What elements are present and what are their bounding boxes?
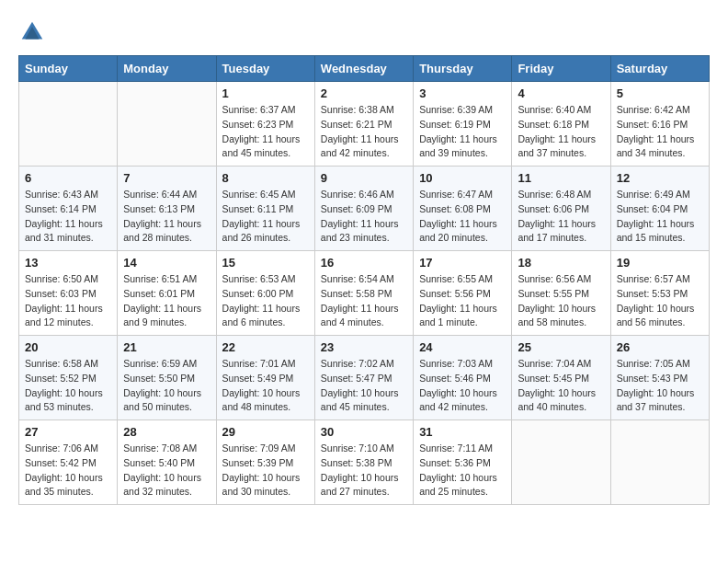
logo-icon <box>18 18 46 46</box>
day-info: Sunrise: 6:39 AM Sunset: 6:19 PM Dayligh… <box>419 103 506 161</box>
calendar-cell <box>19 82 118 167</box>
calendar-cell: 22Sunrise: 7:01 AM Sunset: 5:49 PM Dayli… <box>216 336 314 420</box>
day-info: Sunrise: 7:06 AM Sunset: 5:42 PM Dayligh… <box>25 442 111 500</box>
weekday-header-wednesday: Wednesday <box>314 56 413 82</box>
weekday-header-row: SundayMondayTuesdayWednesdayThursdayFrid… <box>19 56 710 82</box>
calendar-cell: 29Sunrise: 7:09 AM Sunset: 5:39 PM Dayli… <box>216 420 314 505</box>
day-info: Sunrise: 6:57 AM Sunset: 5:53 PM Dayligh… <box>617 272 703 330</box>
day-info: Sunrise: 6:44 AM Sunset: 6:13 PM Dayligh… <box>123 188 210 246</box>
day-info: Sunrise: 7:09 AM Sunset: 5:39 PM Dayligh… <box>222 442 309 500</box>
day-number: 24 <box>419 340 506 354</box>
calendar-body: 1Sunrise: 6:37 AM Sunset: 6:23 PM Daylig… <box>19 82 710 505</box>
calendar-cell: 23Sunrise: 7:02 AM Sunset: 5:47 PM Dayli… <box>314 336 413 420</box>
logo <box>18 18 50 46</box>
calendar-cell: 21Sunrise: 6:59 AM Sunset: 5:50 PM Dayli… <box>118 336 216 420</box>
calendar-cell: 1Sunrise: 6:37 AM Sunset: 6:23 PM Daylig… <box>216 82 314 167</box>
calendar-cell <box>610 420 709 505</box>
day-number: 23 <box>321 340 407 354</box>
weekday-header-friday: Friday <box>512 56 610 82</box>
day-info: Sunrise: 6:56 AM Sunset: 5:55 PM Dayligh… <box>518 272 604 330</box>
calendar-cell: 10Sunrise: 6:47 AM Sunset: 6:08 PM Dayli… <box>414 167 512 251</box>
weekday-header-saturday: Saturday <box>610 56 709 82</box>
day-number: 31 <box>419 425 506 439</box>
day-info: Sunrise: 6:50 AM Sunset: 6:03 PM Dayligh… <box>25 272 111 330</box>
calendar-table: SundayMondayTuesdayWednesdayThursdayFrid… <box>18 55 710 505</box>
day-number: 21 <box>123 340 210 354</box>
calendar-cell: 25Sunrise: 7:04 AM Sunset: 5:45 PM Dayli… <box>512 336 610 420</box>
calendar-week-3: 13Sunrise: 6:50 AM Sunset: 6:03 PM Dayli… <box>19 251 710 336</box>
calendar-cell: 27Sunrise: 7:06 AM Sunset: 5:42 PM Dayli… <box>19 420 118 505</box>
day-number: 13 <box>25 256 111 270</box>
day-number: 2 <box>321 86 407 100</box>
day-info: Sunrise: 6:38 AM Sunset: 6:21 PM Dayligh… <box>321 103 407 161</box>
day-info: Sunrise: 6:58 AM Sunset: 5:52 PM Dayligh… <box>25 357 111 415</box>
calendar-cell: 16Sunrise: 6:54 AM Sunset: 5:58 PM Dayli… <box>314 251 413 336</box>
day-number: 27 <box>25 425 111 439</box>
calendar-cell: 6Sunrise: 6:43 AM Sunset: 6:14 PM Daylig… <box>19 167 118 251</box>
day-info: Sunrise: 7:02 AM Sunset: 5:47 PM Dayligh… <box>321 357 407 415</box>
day-number: 9 <box>321 171 407 185</box>
day-info: Sunrise: 6:59 AM Sunset: 5:50 PM Dayligh… <box>123 357 210 415</box>
day-info: Sunrise: 7:11 AM Sunset: 5:36 PM Dayligh… <box>419 442 506 500</box>
calendar-cell: 24Sunrise: 7:03 AM Sunset: 5:46 PM Dayli… <box>414 336 512 420</box>
day-info: Sunrise: 6:49 AM Sunset: 6:04 PM Dayligh… <box>617 188 703 246</box>
calendar-cell: 17Sunrise: 6:55 AM Sunset: 5:56 PM Dayli… <box>414 251 512 336</box>
calendar-cell: 8Sunrise: 6:45 AM Sunset: 6:11 PM Daylig… <box>216 167 314 251</box>
calendar-cell: 11Sunrise: 6:48 AM Sunset: 6:06 PM Dayli… <box>512 167 610 251</box>
day-info: Sunrise: 7:10 AM Sunset: 5:38 PM Dayligh… <box>321 442 407 500</box>
day-info: Sunrise: 6:45 AM Sunset: 6:11 PM Dayligh… <box>222 188 309 246</box>
day-number: 19 <box>617 256 703 270</box>
day-number: 15 <box>222 256 309 270</box>
day-number: 4 <box>518 86 604 100</box>
day-number: 3 <box>419 86 506 100</box>
day-info: Sunrise: 6:37 AM Sunset: 6:23 PM Dayligh… <box>222 103 309 161</box>
weekday-header-thursday: Thursday <box>414 56 512 82</box>
calendar-cell <box>118 82 216 167</box>
calendar-week-1: 1Sunrise: 6:37 AM Sunset: 6:23 PM Daylig… <box>19 82 710 167</box>
calendar-cell: 3Sunrise: 6:39 AM Sunset: 6:19 PM Daylig… <box>414 82 512 167</box>
calendar-cell: 14Sunrise: 6:51 AM Sunset: 6:01 PM Dayli… <box>118 251 216 336</box>
calendar-cell: 5Sunrise: 6:42 AM Sunset: 6:16 PM Daylig… <box>610 82 709 167</box>
weekday-header-monday: Monday <box>118 56 216 82</box>
day-info: Sunrise: 6:42 AM Sunset: 6:16 PM Dayligh… <box>617 103 703 161</box>
day-info: Sunrise: 6:53 AM Sunset: 6:00 PM Dayligh… <box>222 272 309 330</box>
day-number: 26 <box>617 340 703 354</box>
day-info: Sunrise: 7:03 AM Sunset: 5:46 PM Dayligh… <box>419 357 506 415</box>
day-info: Sunrise: 6:55 AM Sunset: 5:56 PM Dayligh… <box>419 272 506 330</box>
day-number: 8 <box>222 171 309 185</box>
day-number: 20 <box>25 340 111 354</box>
day-info: Sunrise: 7:05 AM Sunset: 5:43 PM Dayligh… <box>617 357 703 415</box>
day-number: 30 <box>321 425 407 439</box>
calendar-cell: 28Sunrise: 7:08 AM Sunset: 5:40 PM Dayli… <box>118 420 216 505</box>
day-number: 11 <box>518 171 604 185</box>
day-number: 17 <box>419 256 506 270</box>
day-info: Sunrise: 6:46 AM Sunset: 6:09 PM Dayligh… <box>321 188 407 246</box>
day-number: 5 <box>617 86 703 100</box>
day-info: Sunrise: 6:43 AM Sunset: 6:14 PM Dayligh… <box>25 188 111 246</box>
day-info: Sunrise: 6:47 AM Sunset: 6:08 PM Dayligh… <box>419 188 506 246</box>
day-info: Sunrise: 7:08 AM Sunset: 5:40 PM Dayligh… <box>123 442 210 500</box>
day-info: Sunrise: 7:01 AM Sunset: 5:49 PM Dayligh… <box>222 357 309 415</box>
calendar-cell: 4Sunrise: 6:40 AM Sunset: 6:18 PM Daylig… <box>512 82 610 167</box>
calendar-cell: 7Sunrise: 6:44 AM Sunset: 6:13 PM Daylig… <box>118 167 216 251</box>
day-number: 28 <box>123 425 210 439</box>
day-info: Sunrise: 6:51 AM Sunset: 6:01 PM Dayligh… <box>123 272 210 330</box>
calendar-week-2: 6Sunrise: 6:43 AM Sunset: 6:14 PM Daylig… <box>19 167 710 251</box>
day-number: 7 <box>123 171 210 185</box>
calendar-cell: 15Sunrise: 6:53 AM Sunset: 6:00 PM Dayli… <box>216 251 314 336</box>
day-info: Sunrise: 6:40 AM Sunset: 6:18 PM Dayligh… <box>518 103 604 161</box>
day-number: 10 <box>419 171 506 185</box>
day-info: Sunrise: 6:54 AM Sunset: 5:58 PM Dayligh… <box>321 272 407 330</box>
calendar-cell: 9Sunrise: 6:46 AM Sunset: 6:09 PM Daylig… <box>314 167 413 251</box>
calendar-week-4: 20Sunrise: 6:58 AM Sunset: 5:52 PM Dayli… <box>19 336 710 420</box>
day-info: Sunrise: 6:48 AM Sunset: 6:06 PM Dayligh… <box>518 188 604 246</box>
calendar-cell: 12Sunrise: 6:49 AM Sunset: 6:04 PM Dayli… <box>610 167 709 251</box>
day-number: 25 <box>518 340 604 354</box>
calendar-week-5: 27Sunrise: 7:06 AM Sunset: 5:42 PM Dayli… <box>19 420 710 505</box>
day-number: 16 <box>321 256 407 270</box>
calendar-cell <box>512 420 610 505</box>
day-number: 1 <box>222 86 309 100</box>
calendar-cell: 20Sunrise: 6:58 AM Sunset: 5:52 PM Dayli… <box>19 336 118 420</box>
day-number: 6 <box>25 171 111 185</box>
weekday-header-sunday: Sunday <box>19 56 118 82</box>
